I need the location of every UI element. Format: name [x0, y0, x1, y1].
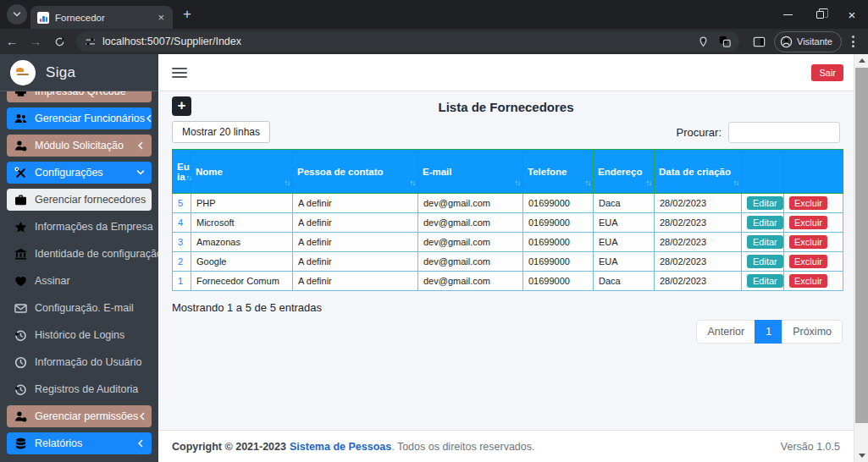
- browser-tab[interactable]: Fornecedor: [30, 6, 173, 29]
- sidebar-item-relatorios[interactable]: Relatórios: [7, 432, 152, 454]
- edit-button[interactable]: Editar: [747, 196, 783, 210]
- tab-search-button[interactable]: [7, 4, 27, 25]
- cell-excluir: Excluir: [784, 213, 843, 233]
- cell-data: 28/02/2023: [655, 233, 742, 252]
- cell-excluir: Excluir: [784, 194, 843, 213]
- users-icon: [14, 113, 27, 125]
- top-navbar: Sair: [158, 54, 854, 91]
- bank-icon: [14, 248, 27, 261]
- address-bar[interactable]: localhost:5007/Supplier/Index: [76, 31, 739, 52]
- browser-menu-button[interactable]: [852, 36, 854, 47]
- suppliers-table: Eu ia Nome Pessoa de contato E-mail Tele…: [172, 149, 843, 291]
- history-icon: [14, 383, 27, 396]
- header-email[interactable]: E-mail: [418, 150, 523, 194]
- sidebar-item-gerenciar-permissoes[interactable]: Gerenciar permissões: [7, 405, 152, 427]
- cell-contato: A definir: [293, 194, 418, 213]
- sidebar-item-label: Impressão QRcode: [35, 91, 126, 97]
- sidebar-item-informacoes-da-empresa[interactable]: Informações da Empresa: [7, 216, 152, 238]
- show-rows-button[interactable]: Mostrar 20 linhas: [172, 121, 270, 143]
- sidebar-item-gerenciar-funcionarios[interactable]: Gerenciar Funcionários: [7, 107, 152, 129]
- restore-button[interactable]: [804, 0, 836, 29]
- sidebar-item-configuracoes[interactable]: Configurações: [7, 162, 152, 184]
- scroll-down-arrow[interactable]: [854, 449, 868, 462]
- sidebar-item-informacao-do-usuario[interactable]: Informação do Usuário: [7, 351, 152, 373]
- header-data-criacao[interactable]: Data de criação: [655, 150, 742, 194]
- sidebar-item-label: Informação do Usuário: [35, 356, 141, 368]
- cell-nome: PHP: [191, 194, 293, 213]
- new-tab-button[interactable]: [183, 6, 191, 23]
- back-button[interactable]: [0, 35, 24, 48]
- browser-chrome: Fornecedor localhost:5007/Supplier/Index…: [0, 0, 868, 54]
- header-nome[interactable]: Nome: [191, 150, 293, 194]
- delete-button[interactable]: Excluir: [789, 255, 827, 268]
- location-pin-icon[interactable]: [698, 36, 709, 47]
- search-input[interactable]: [728, 122, 840, 143]
- pagination: Anterior 1 Próximo: [172, 320, 843, 344]
- user-badge-icon: [14, 140, 27, 152]
- site-settings-icon[interactable]: [85, 36, 96, 47]
- side-panel-icon[interactable]: [753, 36, 766, 48]
- pagination-previous[interactable]: Anterior: [696, 320, 755, 344]
- delete-button[interactable]: Excluir: [789, 196, 827, 210]
- page-scrollbar[interactable]: [854, 54, 868, 462]
- header-id[interactable]: Eu ia: [173, 150, 191, 194]
- cell-email: dev@gmail.com: [418, 272, 523, 291]
- tab-title: Fornecedor: [55, 13, 156, 23]
- cell-endereco: EUA: [594, 252, 655, 272]
- cell-data: 28/02/2023: [655, 213, 742, 233]
- table-row: 4 Microsoft A definir dev@gmail.com 0169…: [173, 213, 843, 233]
- url-text[interactable]: localhost:5007/Supplier/Index: [102, 36, 688, 47]
- close-button[interactable]: [836, 0, 868, 29]
- pagination-next[interactable]: Próximo: [782, 320, 843, 344]
- hamburger-menu-icon[interactable]: [172, 68, 187, 78]
- pagination-page-1[interactable]: 1: [755, 320, 782, 344]
- scrollbar-thumb[interactable]: [855, 68, 868, 423]
- siga-logo: [10, 60, 36, 85]
- sidebar-item-modulo-solicitacao[interactable]: Módulo Solicitação: [7, 135, 152, 157]
- cell-excluir: Excluir: [784, 272, 843, 291]
- edit-button[interactable]: Editar: [747, 216, 783, 229]
- delete-button[interactable]: Excluir: [789, 274, 827, 288]
- forward-button[interactable]: [24, 35, 47, 48]
- edit-button[interactable]: Editar: [747, 235, 783, 249]
- sidebar-item-historico-de-logins[interactable]: Histórico de Logins: [7, 324, 152, 346]
- refresh-button[interactable]: [47, 36, 71, 47]
- footer-brand-link[interactable]: Sistema de Pessoas: [290, 441, 391, 453]
- cell-editar: Editar: [742, 272, 784, 291]
- profile-name: Visitante: [797, 36, 832, 47]
- database-icon: [14, 437, 27, 450]
- rights-text: . Todos os direitos reservados.: [391, 441, 534, 453]
- logout-button[interactable]: Sair: [811, 64, 843, 81]
- minimize-button[interactable]: [771, 0, 804, 29]
- header-contato[interactable]: Pessoa de contato: [293, 150, 418, 194]
- minimize-icon: [783, 14, 793, 15]
- cell-editar: Editar: [742, 194, 784, 213]
- table-header-row: Eu ia Nome Pessoa de contato E-mail Tele…: [173, 150, 843, 194]
- cell-telefone: 01699000: [523, 213, 594, 233]
- app-window: Siga Impressão QRcode Gerenciar Funcioná…: [0, 54, 868, 462]
- edit-button[interactable]: Editar: [747, 255, 783, 268]
- sidebar-item-registros-de-auditoria[interactable]: Registros de Auditoria: [7, 378, 152, 400]
- delete-button[interactable]: Excluir: [789, 216, 827, 229]
- cell-endereco: EUA: [594, 213, 655, 233]
- cell-contato: A definir: [293, 233, 418, 252]
- app-brand[interactable]: Siga: [0, 54, 158, 91]
- sidebar-item-identidade-de-configuracao[interactable]: Identidade de configuração: [7, 243, 152, 265]
- header-telefone[interactable]: Telefone: [523, 150, 594, 194]
- sidebar-item-impressao-qrcode[interactable]: Impressão QRcode: [7, 91, 152, 102]
- tab-close-icon[interactable]: [156, 11, 166, 24]
- sidebar-item-configuracao-email[interactable]: Configuração. E-mail: [7, 297, 152, 319]
- scroll-up-arrow[interactable]: [854, 54, 868, 67]
- profile-button[interactable]: Visitante: [774, 31, 842, 52]
- edit-button[interactable]: Editar: [747, 274, 783, 288]
- sidebar-item-gerenciar-fornecedores[interactable]: Gerenciar fornecedores: [7, 189, 152, 211]
- sort-icon: [733, 179, 739, 187]
- sidebar-item-label: Configuração. E-mail: [35, 302, 134, 314]
- translate-icon[interactable]: [719, 36, 731, 47]
- header-endereco[interactable]: Endereço: [594, 150, 655, 194]
- envelope-icon: [14, 302, 27, 315]
- delete-button[interactable]: Excluir: [789, 235, 827, 249]
- cell-editar: Editar: [742, 213, 784, 233]
- sidebar-item-label: Relatórios: [35, 437, 82, 449]
- sidebar-item-assinar[interactable]: Assinar: [7, 270, 152, 292]
